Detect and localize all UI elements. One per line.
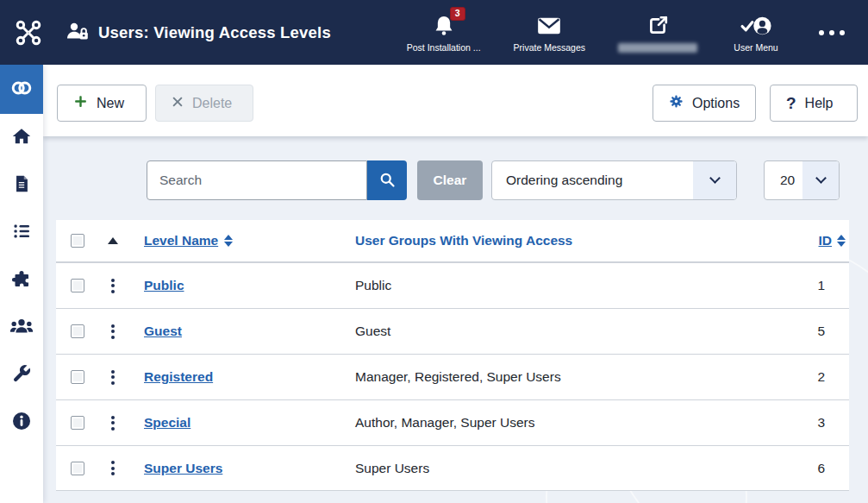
more-menu-button[interactable]	[815, 20, 849, 46]
clear-button[interactable]: Clear	[417, 160, 483, 200]
external-link-icon	[646, 13, 669, 39]
help-button-label: Help	[805, 96, 834, 111]
top-item-label: User Menu	[734, 42, 777, 53]
level-groups: Manager, Registered, Super Users	[338, 369, 776, 385]
ellipsis-icon	[817, 20, 846, 46]
row-checkbox[interactable]	[71, 416, 84, 430]
puzzle-icon	[11, 268, 32, 292]
admin-topbar: Users: Viewing Access Levels 3 Post Inst…	[0, 0, 868, 65]
level-id: 5	[776, 324, 849, 339]
info-icon	[11, 411, 32, 435]
page-size-select[interactable]: 20	[764, 160, 840, 200]
level-id: 6	[776, 461, 849, 476]
table-row: Special Author, Manager, Super Users 3	[56, 399, 849, 445]
options-button-label: Options	[692, 96, 740, 111]
plus-icon	[73, 94, 88, 112]
notification-badge: 3	[450, 7, 465, 22]
options-button[interactable]: Options	[653, 85, 756, 122]
search-input[interactable]	[147, 160, 367, 200]
table-row: Registered Manager, Registered, Super Us…	[56, 354, 849, 399]
menu-toggle-icon	[9, 80, 34, 99]
user-menu-button[interactable]: User Menu	[730, 13, 782, 53]
page-title: Users: Viewing Access Levels	[98, 23, 331, 42]
level-id: 2	[776, 369, 849, 385]
new-button-label: New	[97, 96, 124, 111]
envelope-icon	[537, 13, 561, 39]
sidebar-toggle-menu[interactable]	[0, 65, 43, 114]
sidebar-item-help[interactable]	[0, 399, 43, 446]
row-checkbox[interactable]	[71, 370, 84, 384]
ordering-asc-icon[interactable]	[108, 237, 118, 244]
chevron-down-icon	[693, 161, 736, 199]
page-size-select-value: 20	[765, 173, 802, 188]
sort-icon	[837, 235, 846, 247]
redacted-site-name	[618, 43, 697, 53]
sidebar-item-menus[interactable]	[0, 209, 43, 256]
level-name-link[interactable]: Special	[144, 415, 190, 430]
ordering-select[interactable]: Ordering ascending	[491, 160, 737, 200]
sidebar-item-content[interactable]	[0, 161, 43, 209]
chevron-down-icon	[802, 161, 839, 199]
sidebar-item-users[interactable]	[0, 304, 43, 351]
column-header-level-name[interactable]: Level Name	[144, 233, 218, 248]
main-content: Clear Ordering ascending 20 Level Name U…	[43, 136, 868, 503]
help-button[interactable]: ? Help	[770, 85, 858, 122]
access-levels-table: Level Name User Groups With Viewing Acce…	[56, 220, 849, 491]
drag-handle-icon[interactable]	[108, 275, 118, 297]
post-installation-messages-button[interactable]: 3 Post Installation ...	[407, 13, 481, 53]
bell-icon: 3	[433, 13, 455, 39]
search-button[interactable]	[367, 160, 407, 200]
document-icon	[12, 173, 31, 198]
home-icon	[11, 126, 32, 150]
top-item-label: Private Messages	[514, 42, 585, 53]
wrench-icon	[11, 363, 32, 387]
level-groups: Author, Manager, Super Users	[338, 415, 776, 431]
level-groups: Guest	[338, 324, 776, 339]
level-groups: Public	[338, 278, 776, 293]
level-name-link[interactable]: Guest	[144, 324, 182, 338]
users-lock-icon	[66, 21, 90, 45]
sidebar-item-home[interactable]	[0, 114, 43, 161]
page-title-group: Users: Viewing Access Levels	[66, 21, 331, 45]
delete-button-label: Delete	[192, 96, 232, 111]
level-name-link[interactable]: Super Users	[144, 461, 222, 475]
search-icon	[378, 171, 396, 191]
level-name-link[interactable]: Public	[144, 278, 184, 292]
users-icon	[9, 318, 34, 338]
drag-handle-icon[interactable]	[108, 457, 118, 479]
list-icon	[11, 221, 32, 245]
table-row: Super Users Super Users 6	[56, 445, 849, 491]
column-header-groups: User Groups With Viewing Access	[355, 233, 572, 248]
row-checkbox[interactable]	[71, 462, 84, 475]
level-name-link[interactable]: Registered	[144, 369, 213, 384]
sort-icon	[224, 235, 233, 247]
ordering-select-value: Ordering ascending	[492, 173, 693, 188]
joomla-admin-screen: Users: Viewing Access Levels 3 Post Inst…	[0, 0, 868, 503]
question-mark-icon: ?	[786, 94, 796, 113]
column-header-id[interactable]: ID	[819, 233, 833, 248]
table-row: Guest Guest 5	[56, 308, 849, 354]
user-circle-icon	[740, 13, 771, 39]
topbar-menu: 3 Post Installation ... Private Messages	[407, 13, 868, 53]
new-button[interactable]: New	[57, 85, 147, 122]
delete-button[interactable]: Delete	[155, 85, 253, 122]
site-preview-button[interactable]	[618, 13, 697, 53]
x-icon	[172, 96, 184, 111]
sidebar-item-system[interactable]	[0, 351, 43, 399]
row-checkbox[interactable]	[71, 324, 84, 338]
drag-handle-icon[interactable]	[108, 321, 118, 343]
admin-sidebar	[0, 65, 43, 503]
table-row: Public Public 1	[56, 262, 849, 308]
level-groups: Super Users	[338, 461, 776, 476]
row-checkbox[interactable]	[71, 279, 84, 292]
drag-handle-icon[interactable]	[108, 367, 118, 388]
level-id: 3	[776, 415, 849, 431]
level-id: 1	[776, 278, 849, 293]
action-toolbar: New Delete	[43, 65, 868, 136]
select-all-checkbox[interactable]	[71, 234, 84, 248]
sidebar-item-components[interactable]	[0, 256, 43, 304]
top-item-label: Post Installation ...	[407, 42, 481, 53]
joomla-logo-icon[interactable]	[14, 18, 43, 47]
drag-handle-icon[interactable]	[108, 412, 118, 434]
private-messages-button[interactable]: Private Messages	[514, 13, 585, 53]
